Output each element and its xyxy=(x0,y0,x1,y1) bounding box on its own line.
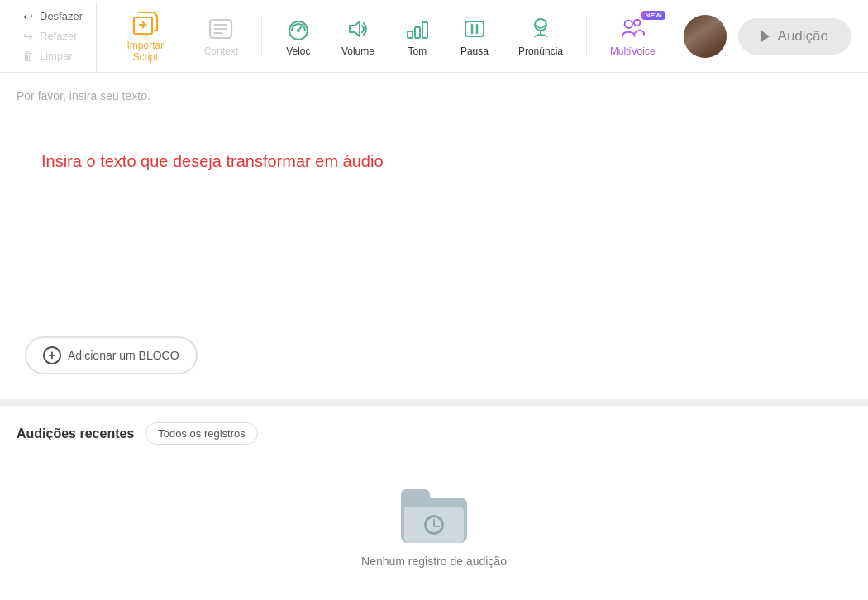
multivoice-button[interactable]: NEW MultiVoice xyxy=(599,9,667,64)
svg-rect-9 xyxy=(408,31,413,38)
clock-hand-hour xyxy=(433,519,435,526)
svg-point-15 xyxy=(535,19,546,31)
bottom-section: Audições recentes Todos os registros Nen… xyxy=(0,406,868,600)
avatar-image xyxy=(684,15,727,58)
tone-label: Tom xyxy=(408,45,427,57)
volume-icon xyxy=(345,16,371,42)
empty-state: Nenhum registro de audição xyxy=(17,464,851,593)
records-label: Todos os registros xyxy=(158,427,246,440)
context-label: Context xyxy=(204,45,238,57)
clock-hand-minute xyxy=(434,526,440,527)
svg-point-18 xyxy=(634,19,641,26)
undo-label: Desfazer xyxy=(40,10,83,22)
svg-rect-10 xyxy=(415,27,420,38)
context-button[interactable]: Context xyxy=(193,9,250,64)
toolbar-actions: ↩ Desfazer ↪ Refazer 🗑 Limpar xyxy=(8,2,97,71)
add-block-button[interactable]: + Adicionar um BLOCO xyxy=(25,336,198,374)
volume-button[interactable]: Volume xyxy=(330,9,386,64)
svg-marker-8 xyxy=(350,21,360,36)
import-script-button[interactable]: Importar Script xyxy=(105,3,186,69)
divider-1 xyxy=(261,16,262,57)
toolbar-center: Importar Script Context xyxy=(97,3,675,69)
tone-icon xyxy=(404,16,431,42)
add-icon: + xyxy=(43,346,61,364)
empty-label: Nenhum registro de audição xyxy=(361,555,507,568)
audition-button[interactable]: Audição xyxy=(738,18,851,55)
clear-button[interactable]: 🗑 Limpar xyxy=(18,48,86,64)
pronunciation-button[interactable]: Pronúncia xyxy=(507,9,575,64)
new-badge: NEW xyxy=(641,11,665,20)
redo-label: Refazer xyxy=(40,30,78,42)
speed-button[interactable]: Veloc xyxy=(274,9,323,64)
volume-label: Volume xyxy=(341,45,374,57)
pause-icon xyxy=(461,16,488,42)
context-icon xyxy=(207,16,234,42)
pause-button[interactable]: Pausa xyxy=(449,9,500,64)
svg-rect-11 xyxy=(422,22,427,38)
editor-area: Por favor, insira seu texto. Insira o te… xyxy=(0,73,868,406)
editor-placeholder: Por favor, insira seu texto. xyxy=(17,89,851,102)
divider-2 xyxy=(586,16,587,57)
svg-rect-12 xyxy=(465,21,484,36)
clear-label: Limpar xyxy=(40,50,73,62)
avatar[interactable] xyxy=(684,15,727,58)
recent-title: Audições recentes xyxy=(17,426,134,441)
folder-front xyxy=(404,507,464,543)
clock-icon xyxy=(424,515,444,535)
toolbar-right: Audição xyxy=(675,15,860,58)
toolbar: ↩ Desfazer ↪ Refazer 🗑 Limpar Importar S… xyxy=(0,0,868,73)
undo-button[interactable]: ↩ Desfazer xyxy=(18,8,86,25)
import-icon xyxy=(132,10,159,36)
import-label: Importar Script xyxy=(117,40,174,63)
svg-point-17 xyxy=(625,20,632,27)
play-icon xyxy=(761,31,770,42)
redo-button[interactable]: ↪ Refazer xyxy=(18,28,86,45)
all-records-button[interactable]: Todos os registros xyxy=(145,422,258,445)
pronunciation-label: Pronúncia xyxy=(518,45,563,57)
section-header: Audições recentes Todos os registros xyxy=(17,422,851,445)
undo-icon: ↩ xyxy=(21,10,35,23)
add-block-label: Adicionar um BLOCO xyxy=(68,349,179,362)
pronunciation-icon xyxy=(527,16,554,42)
multivoice-icon xyxy=(619,16,646,42)
svg-point-7 xyxy=(297,29,300,32)
multivoice-label: MultiVoice xyxy=(610,45,656,57)
editor-prompt[interactable]: Insira o texto que deseja transformar em… xyxy=(41,152,851,171)
empty-folder-icon xyxy=(401,489,467,543)
speed-label: Veloc xyxy=(286,45,310,57)
clear-icon: 🗑 xyxy=(21,50,35,63)
audition-label: Audição xyxy=(778,28,828,45)
tone-button[interactable]: Tom xyxy=(393,9,442,64)
redo-icon: ↪ xyxy=(21,30,35,43)
speed-icon xyxy=(285,16,312,42)
pause-label: Pausa xyxy=(460,45,489,57)
